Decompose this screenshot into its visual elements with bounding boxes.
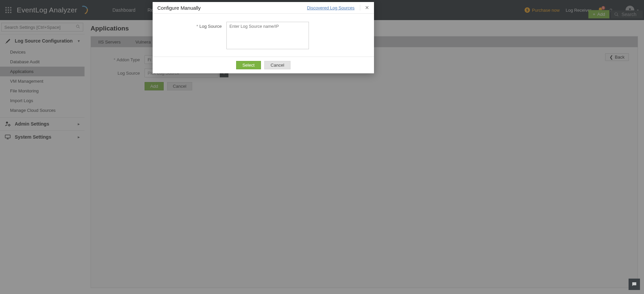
modal-footer: Select Cancel <box>153 57 374 73</box>
close-icon: ✕ <box>365 5 369 10</box>
modal-title: Configure Manually <box>157 5 201 11</box>
modal-header: Configure Manually Discovered Log Source… <box>153 2 374 14</box>
modal-select-button[interactable]: Select <box>236 61 261 69</box>
chat-icon <box>631 281 637 287</box>
modal-log-source-label: *Log Source <box>176 22 226 29</box>
log-source-input[interactable] <box>226 22 309 49</box>
modal-close-button[interactable]: ✕ <box>360 5 369 11</box>
modal-cancel-button[interactable]: Cancel <box>264 61 290 69</box>
discovered-log-sources-link[interactable]: Discovered Log Sources <box>307 5 355 10</box>
chat-button[interactable] <box>629 279 640 290</box>
configure-manually-modal: Configure Manually Discovered Log Source… <box>153 2 374 73</box>
